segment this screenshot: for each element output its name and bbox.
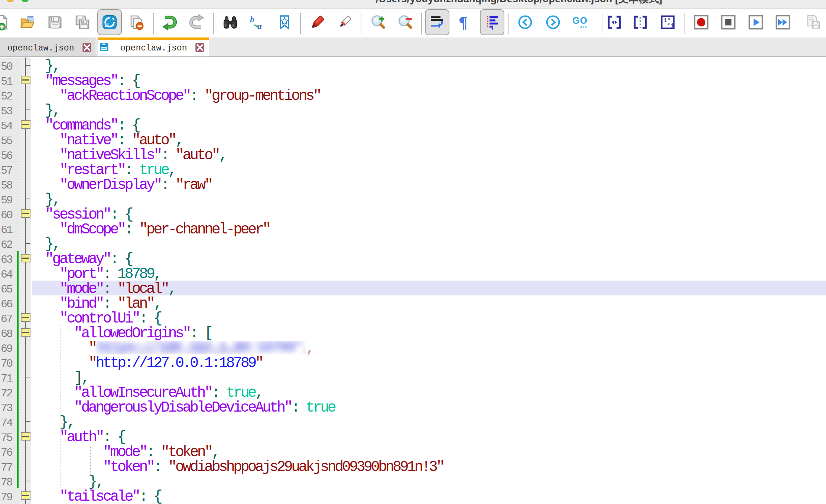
svg-text:GO: GO bbox=[572, 15, 588, 26]
svg-text:b: b bbox=[250, 14, 254, 24]
svg-text:¶: ¶ bbox=[459, 14, 468, 30]
svg-text:°1: °1 bbox=[667, 22, 674, 29]
